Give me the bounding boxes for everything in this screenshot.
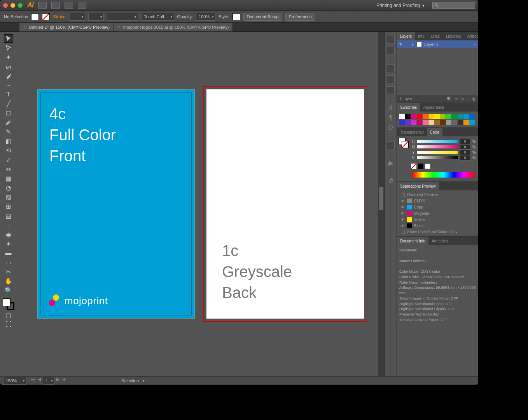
swatch[interactable] [452,114,457,119]
paragraph-panel-icon[interactable]: ¶ [389,114,392,121]
swatch[interactable] [463,120,469,125]
bridge-icon[interactable] [38,2,47,9]
rotate-tool[interactable]: ⟲ [4,146,13,155]
eyedropper-tool[interactable]: ⟋ [4,221,13,229]
spot-colors-checkbox[interactable]: Show Used Spot Colors Only [399,229,477,235]
gradient-tool[interactable]: ▤ [4,211,13,220]
rectangle-tool[interactable] [4,109,13,117]
fill-stroke-control[interactable] [3,298,14,310]
type-tool[interactable]: T [4,90,13,99]
swatch[interactable] [458,114,463,119]
panel-icon[interactable] [387,47,395,54]
swatch[interactable] [428,114,434,119]
artboard-tool[interactable]: ▭ [4,258,13,267]
swatch[interactable] [428,120,434,125]
fill-icon[interactable] [3,298,10,306]
document-tab[interactable]: × Untitled-1* @ 150% (CMYK/GPU Preview) [19,23,114,31]
separation-row[interactable]: 👁Magenta [399,210,477,216]
tab-attributes[interactable]: Attributes [428,237,451,245]
new-sublayer-icon[interactable]: ⊕ [461,97,464,101]
curvature-tool[interactable]: ～ [4,81,13,89]
panel-icon[interactable] [387,36,395,44]
artboard-number[interactable]: 1 [43,377,54,385]
black-swatch-icon[interactable] [418,164,423,169]
swatch[interactable] [434,114,440,119]
zoom-window-icon[interactable] [18,3,23,8]
stroke-weight-input[interactable] [70,13,85,21]
visibility-icon[interactable]: 👁 [401,218,405,222]
direct-selection-tool[interactable] [4,44,13,52]
tab-separations[interactable]: Separations Preview [397,182,439,190]
screen-mode-icon[interactable]: ⛶ [4,320,13,329]
zoom-level[interactable]: 150% [3,377,26,385]
brush-picker[interactable]: Touch Call… [141,13,174,21]
free-transform-tool[interactable]: ▦ [4,174,13,183]
next-artboard-icon[interactable]: ▶ [55,377,61,385]
layer-row[interactable]: 👁 ▸ Layer 1 ○ [397,40,478,48]
var-width-profile[interactable] [88,13,104,21]
character-panel-icon[interactable]: A [389,104,393,111]
swatch[interactable] [434,120,440,125]
opacity-input[interactable]: 100% [196,13,215,21]
panel-icon[interactable] [387,141,395,149]
pen-tool[interactable] [4,71,13,80]
white-swatch-icon[interactable] [425,164,430,169]
mesh-tool[interactable]: ⊞ [4,202,13,211]
tab-libraries[interactable]: Libraries [443,32,464,40]
tab-transparency[interactable]: Transparency [397,128,427,136]
vertical-scrollbar[interactable] [378,32,384,376]
shape-builder-tool[interactable]: ◔ [4,183,13,192]
swatch[interactable] [446,120,451,125]
search-input[interactable] [432,2,475,9]
close-tab-icon[interactable]: × [118,25,120,30]
color-slider-k[interactable]: K0% [411,155,476,160]
last-artboard-icon[interactable]: ⏭ [61,377,67,385]
close-tab-icon[interactable]: × [23,25,26,30]
slider-value[interactable]: 0 [460,155,470,160]
slice-tool[interactable]: ✂ [4,267,13,276]
perspective-grid-tool[interactable]: ▨ [4,193,13,201]
tab-documentinfo[interactable]: Document Info [397,237,428,245]
swatch[interactable] [405,114,411,119]
tab-layers[interactable]: Layers [397,32,415,40]
swatch[interactable] [458,120,463,125]
swatch[interactable] [417,120,422,125]
swatch[interactable] [423,114,428,119]
paintbrush-tool[interactable]: 🖌 [4,118,13,127]
visibility-icon[interactable]: 👁 [401,211,405,216]
new-layer-icon[interactable]: ▫ [467,97,469,101]
document-setup-button[interactable]: Document Setup [243,13,282,21]
slider-value[interactable]: 0 [460,139,470,144]
status-chevron-icon[interactable]: ▸ [143,378,145,383]
artboard-front[interactable]: 4c Full Color Front mojoprint [37,89,195,319]
swatch[interactable] [423,120,428,125]
arrange-docs-icon[interactable] [65,2,73,9]
blend-tool[interactable]: ◉ [4,230,13,239]
eraser-tool[interactable]: ◧ [4,137,13,145]
swatch[interactable] [440,120,446,125]
slider-track[interactable] [417,151,458,154]
brush-definition[interactable] [107,13,138,21]
visibility-icon[interactable]: 👁 [401,199,405,203]
stock-icon[interactable] [51,2,60,9]
panel-icon[interactable] [387,64,395,72]
minimize-window-icon[interactable] [10,3,15,8]
workspace-switcher[interactable]: Printing and Proofing ▾ [373,3,428,8]
width-tool[interactable]: ⇔ [4,165,13,173]
visibility-icon[interactable]: 👁 [401,224,405,228]
disclosure-icon[interactable]: ▸ [412,42,414,47]
color-slider-y[interactable]: Y0% [411,150,476,155]
separation-row[interactable]: 👁Black [399,223,477,229]
gpu-icon[interactable] [78,2,86,9]
selection-tool[interactable] [4,34,13,43]
close-window-icon[interactable] [3,3,8,8]
separation-row[interactable]: 👁Cyan [399,204,477,210]
tab-swatches[interactable]: Swatches [397,103,420,112]
visibility-icon[interactable]: 👁 [401,205,405,209]
overprint-checkbox[interactable]: Overprint Preview [399,192,477,198]
draw-mode-icon[interactable]: ▢ [4,311,13,319]
pencil-tool[interactable]: ✎ [4,127,13,136]
tab-appearance[interactable]: Appearance [420,103,447,112]
swatch[interactable] [417,114,422,119]
target-icon[interactable]: ○ [474,42,477,47]
